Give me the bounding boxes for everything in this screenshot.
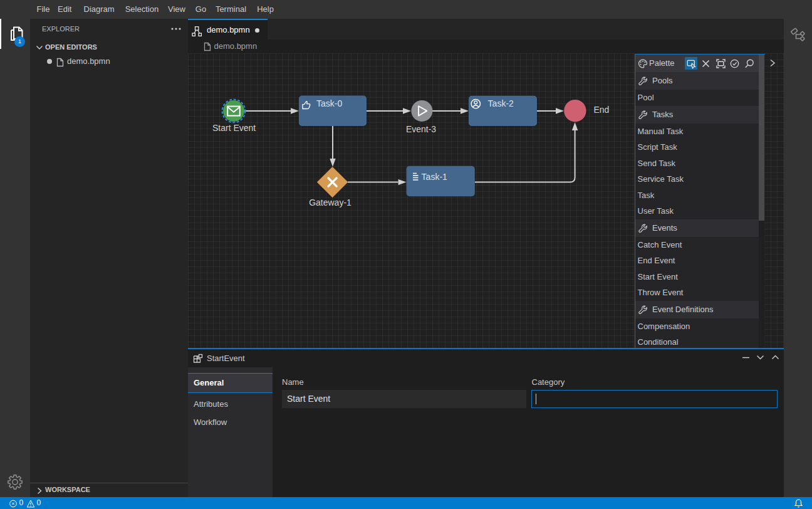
svg-text:Task-2: Task-2 (488, 98, 514, 108)
svg-text:Task-0: Task-0 (316, 98, 342, 108)
svg-text:Gateway-1: Gateway-1 (309, 197, 351, 207)
svg-text:Event-3: Event-3 (406, 124, 436, 134)
svg-text:Task-1: Task-1 (422, 172, 447, 182)
svg-text:Start Event: Start Event (212, 123, 256, 133)
svg-text:End: End (594, 105, 610, 115)
